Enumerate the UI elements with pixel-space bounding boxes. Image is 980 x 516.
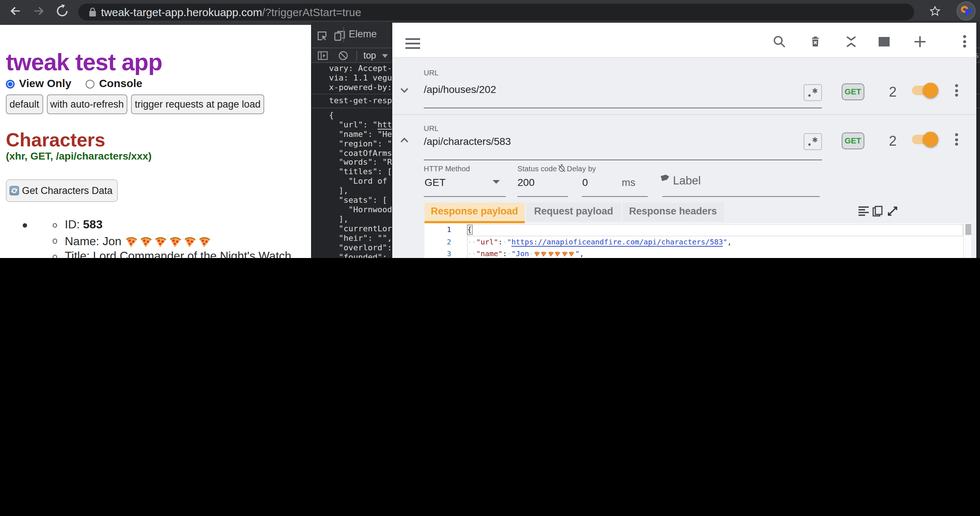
label-underline [662,196,820,196]
collapse-all-icon[interactable] [843,34,858,49]
console-line: ], [329,215,348,224]
web-page: tweak test app View Only Console default… [0,25,311,258]
menu-icon[interactable] [406,36,420,51]
line-number: 1 [424,225,451,234]
context-dropdown-icon [382,54,388,57]
code-line: { [467,225,472,234]
console-line: "seats": [ [329,196,387,205]
clear-console-icon[interactable] [338,50,348,61]
auto-refresh-button[interactable]: with auto-refresh [46,94,127,114]
url-label: URL [424,124,439,132]
back-icon[interactable] [8,4,23,18]
hit-count: 2 [889,133,897,149]
regex-toggle[interactable] [803,133,822,150]
mode-radio-group: View Only Console [6,77,142,89]
code-line: ··"name":·"Jon·", [467,250,584,258]
tab-request-payload[interactable]: Request payload [526,203,621,221]
characters-subheading: (xhr, GET, /api/characters/xxx) [6,151,151,161]
devtools-elements-tab[interactable]: Eleme [349,29,377,40]
address-bar[interactable]: tweak-target-app.herokuapp.com/?triggerA… [78,3,914,20]
pizza-emoji [154,234,168,248]
delay-underline [581,196,648,196]
method-badge: GET [842,83,864,100]
expand-chevron-icon[interactable] [399,86,409,95]
scrollbar-thumb[interactable] [965,224,971,235]
tab-response-payload[interactable]: Response payload [424,203,525,221]
url-value[interactable]: /api/houses/202 [424,83,496,95]
console-sidebar-icon[interactable] [317,50,328,61]
label-placeholder[interactable]: Label [673,174,701,187]
console-line: "Hornwood" [329,205,397,215]
method-badge: GET [842,132,864,149]
method-dropdown-icon[interactable] [493,180,500,183]
rule-toggle-thumb[interactable] [923,132,938,147]
row-more-icon[interactable] [955,133,958,148]
default-button[interactable]: default [6,94,43,114]
delay-unit: ms [622,176,635,188]
console-line: "titles": [ [329,167,392,177]
toolbar-separator [343,27,344,43]
expand-editor-icon[interactable] [887,205,898,217]
trigger-requests-button[interactable]: trigger requests at page load [131,94,264,114]
toolbar-more-icon[interactable] [963,35,966,50]
line-number: 2 [424,237,451,245]
kebab-dot [963,40,966,43]
row-divider [392,114,976,115]
search-icon[interactable] [772,34,786,49]
delay-by-label: Delay by [567,164,596,172]
list-item: ID: 583 [65,218,102,232]
clear-all-icon[interactable] [808,34,822,49]
pizza-emoji [169,234,183,248]
response-payload-editor[interactable]: 1{2··"url":·"https://anapioficeandfire.c… [424,223,971,258]
delay-value[interactable]: 0 [582,176,588,188]
pizza-emoji [139,234,153,248]
format-code-icon[interactable] [858,206,869,216]
bookmark-star-icon[interactable] [929,6,940,17]
page-title: tweak test app [6,50,162,73]
forward-icon[interactable] [32,4,46,18]
http-method-label: HTTP Method [424,164,470,172]
characters-heading: Characters [6,130,105,149]
radio-view-only[interactable] [6,80,14,89]
active-line-highlight [467,224,963,236]
rule-toggle-thumb[interactable] [923,83,938,98]
status-code-underline [517,196,568,196]
tab-response-headers[interactable]: Response headers [622,203,724,221]
stop-recording-icon[interactable] [877,34,891,49]
url-label: URL [424,69,439,77]
list-bullet [52,239,57,244]
console-line: via: 1.1 vegur [329,73,397,82]
list-item: Name: Jon [65,234,213,248]
list-bullet [22,223,27,228]
copy-icon[interactable] [872,205,883,217]
kebab-dot [955,94,958,97]
console-line: "heir": "", [329,234,392,243]
kebab-dot [963,45,966,48]
reload-icon[interactable] [55,4,70,18]
tweak-toolbar [392,23,976,58]
kebab-dot [963,35,966,38]
preset-buttons: defaultwith auto-refreshtrigger requests… [6,94,268,114]
collapse-chevron-icon[interactable] [399,135,409,145]
add-rule-icon[interactable] [912,34,927,49]
pizza-emoji [568,250,575,257]
pizza-emoji [198,234,212,248]
hit-count: 2 [889,84,897,100]
url-value[interactable]: /api/characters/583 [424,135,511,147]
pizza-emoji [533,250,541,257]
regex-toggle[interactable] [803,84,822,100]
editor-scrollbar[interactable] [963,223,971,258]
get-characters-button[interactable]: Get Characters Data [6,179,118,202]
pizza-emoji [562,250,568,257]
http-method-value[interactable]: GET [425,176,446,188]
js-context-selector[interactable]: top [363,50,376,61]
delay-timer-icon [557,164,565,172]
pizza-emoji [554,250,562,257]
inspect-element-icon[interactable] [316,30,328,41]
row-more-icon[interactable] [955,84,958,99]
code-line: ··"url":·"https://anapioficeandfire.com/… [467,237,732,245]
tweak-extension-icon[interactable] [956,2,975,21]
status-code-label: Status code [517,164,557,172]
status-code-value[interactable]: 200 [517,176,535,188]
radio-console[interactable] [86,80,95,89]
